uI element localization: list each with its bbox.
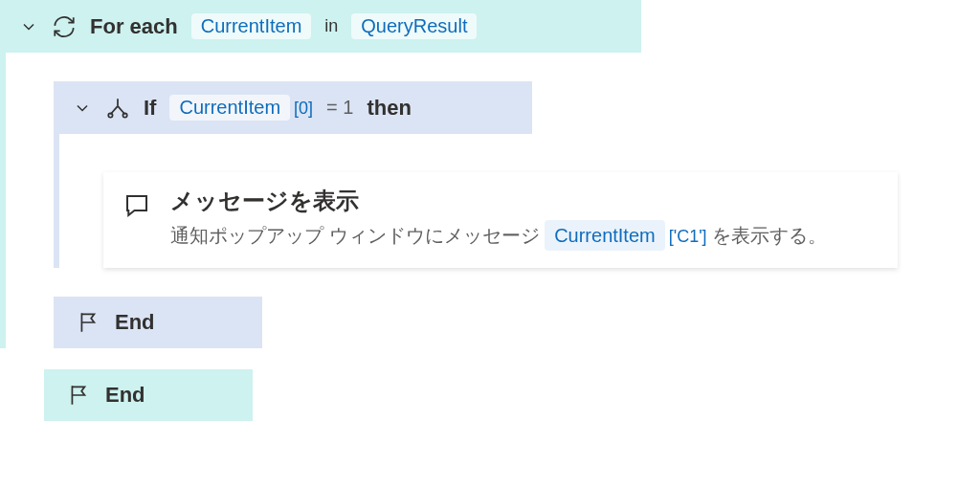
foreach-keyword: For each (90, 14, 178, 39)
if-end[interactable]: End (54, 297, 262, 348)
action-desc-pre: 通知ポップアップ ウィンドウにメッセージ (170, 225, 545, 246)
foreach-in: in (324, 16, 338, 36)
if-body: メッセージを表示 通知ポップアップ ウィンドウにメッセージ CurrentIte… (54, 134, 980, 268)
if-cond-op: = 1 (326, 97, 353, 119)
if-header[interactable]: If CurrentItem[0] = 1 then (54, 81, 532, 134)
action-text: メッセージを表示 通知ポップアップ ウィンドウにメッセージ CurrentIte… (170, 186, 827, 251)
foreach-variable[interactable]: CurrentItem (191, 13, 312, 39)
action-display-message[interactable]: メッセージを表示 通知ポップアップ ウィンドウにメッセージ CurrentIte… (103, 172, 898, 268)
if-keyword: If (144, 96, 156, 121)
action-title: メッセージを表示 (170, 186, 827, 216)
foreach-source[interactable]: QueryResult (351, 13, 477, 39)
if-end-label: End (115, 310, 155, 335)
flag-icon (67, 383, 92, 408)
action-desc-index: ['C1'] (665, 227, 707, 246)
svg-point-3 (108, 113, 112, 117)
if-cond-index: [0] (290, 99, 313, 118)
svg-point-4 (122, 113, 126, 117)
action-description: 通知ポップアップ ウィンドウにメッセージ CurrentItem['C1'] を… (170, 220, 827, 251)
loop-icon (52, 14, 77, 39)
flag-icon (77, 310, 101, 335)
foreach-end-label: End (105, 383, 145, 408)
if-then: then (367, 96, 411, 121)
chevron-down-icon[interactable] (73, 99, 92, 118)
foreach-header[interactable]: For each CurrentItem in QueryResult (0, 0, 641, 53)
chevron-down-icon[interactable] (19, 17, 38, 36)
action-desc-variable[interactable]: CurrentItem (545, 220, 665, 251)
foreach-end[interactable]: End (44, 369, 253, 421)
action-desc-post: を表示する。 (707, 225, 828, 246)
branch-icon (105, 96, 130, 121)
foreach-body: If CurrentItem[0] = 1 then メッセージを表示 通知ポッ… (0, 53, 980, 348)
message-icon (122, 186, 151, 220)
if-cond-variable[interactable]: CurrentItem (169, 95, 290, 121)
